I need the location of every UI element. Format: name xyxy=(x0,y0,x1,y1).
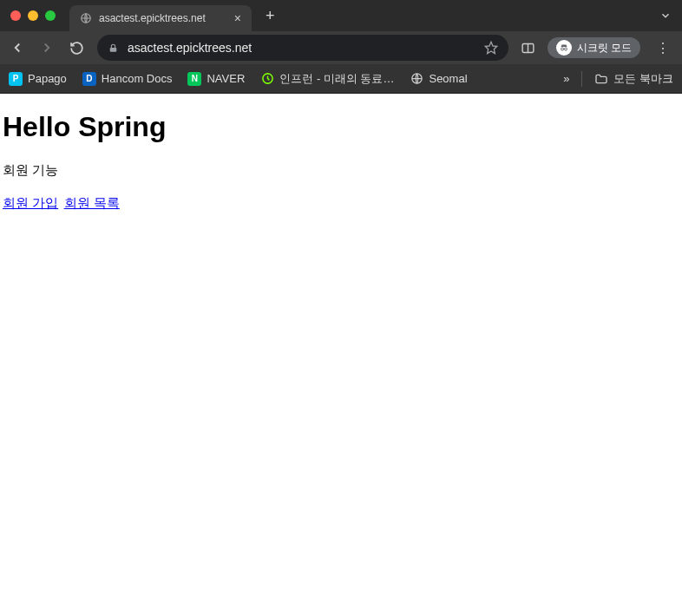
papago-icon: P xyxy=(9,72,23,86)
inflearn-icon xyxy=(260,72,274,86)
minimize-window-button[interactable] xyxy=(28,10,38,21)
bookmark-papago[interactable]: P Papago xyxy=(9,72,67,86)
lock-icon xyxy=(108,43,119,54)
menu-button[interactable]: ⋮ xyxy=(652,40,673,56)
naver-icon: N xyxy=(187,72,201,86)
bookmarks-bar: P Papago D Hancom Docs N NAVER 인프런 - 미래의… xyxy=(0,64,682,94)
url-text: asactest.epicktrees.net xyxy=(128,41,475,55)
bookmark-seomal[interactable]: Seomal xyxy=(410,72,467,86)
bookmark-label: 인프런 - 미래의 동료… xyxy=(279,71,394,87)
address-bar[interactable]: asactest.epicktrees.net xyxy=(97,35,508,61)
signup-link[interactable]: 회원 가입 xyxy=(3,195,58,210)
bookmark-hancom[interactable]: D Hancom Docs xyxy=(82,72,173,86)
divider xyxy=(581,71,582,87)
bookmark-label: Seomal xyxy=(429,72,467,85)
svg-point-5 xyxy=(561,48,563,50)
page-content: Hello Spring 회원 기능 회원 가입 회원 목록 xyxy=(0,94,682,231)
traffic-lights xyxy=(10,10,56,21)
bookmark-naver[interactable]: N NAVER xyxy=(187,72,245,86)
seomal-icon xyxy=(410,72,423,86)
maximize-window-button[interactable] xyxy=(45,10,56,21)
bookmark-label: NAVER xyxy=(207,72,245,85)
close-window-button[interactable] xyxy=(10,10,21,21)
all-bookmarks-button[interactable]: 모든 북마크 xyxy=(594,71,673,87)
svg-point-6 xyxy=(564,48,567,50)
back-button[interactable] xyxy=(9,39,26,56)
page-links: 회원 가입 회원 목록 xyxy=(3,193,679,213)
close-tab-icon[interactable]: × xyxy=(234,11,241,25)
svg-rect-1 xyxy=(110,47,117,51)
bookmark-label: Hancom Docs xyxy=(102,72,173,85)
page-subtitle: 회원 기능 xyxy=(3,162,679,179)
incognito-icon xyxy=(556,40,572,56)
folder-icon xyxy=(594,72,608,86)
browser-tab[interactable]: asactest.epicktrees.net × xyxy=(69,5,252,31)
toolbar: asactest.epicktrees.net 시크릿 모드 ⋮ xyxy=(0,31,682,64)
globe-icon xyxy=(80,12,92,24)
titlebar: asactest.epicktrees.net × + xyxy=(0,0,682,31)
reload-button[interactable] xyxy=(68,39,85,56)
page-heading: Hello Spring xyxy=(3,111,679,143)
new-tab-button[interactable]: + xyxy=(259,7,282,25)
bookmark-inflearn[interactable]: 인프런 - 미래의 동료… xyxy=(260,71,394,87)
bookmark-label: Papago xyxy=(28,72,67,85)
svg-marker-2 xyxy=(485,42,496,53)
forward-button[interactable] xyxy=(38,39,56,56)
incognito-badge[interactable]: 시크릿 모드 xyxy=(548,37,640,58)
reading-mode-icon[interactable] xyxy=(521,41,535,56)
tab-title: asactest.epicktrees.net xyxy=(99,12,206,24)
bookmarks-overflow[interactable]: » xyxy=(563,72,569,85)
bookmark-star-icon[interactable] xyxy=(484,41,498,55)
tab-overflow-icon[interactable] xyxy=(659,10,672,22)
all-bookmarks-label: 모든 북마크 xyxy=(613,71,673,87)
hancom-icon: D xyxy=(82,72,96,86)
member-list-link[interactable]: 회원 목록 xyxy=(64,195,120,210)
incognito-label: 시크릿 모드 xyxy=(577,41,632,56)
